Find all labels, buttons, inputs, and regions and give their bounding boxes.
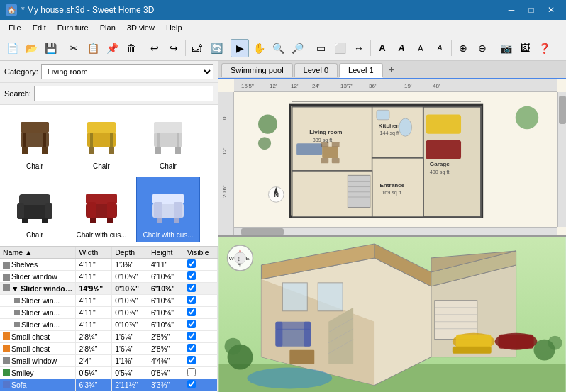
svg-rect-4 xyxy=(23,133,26,147)
titlebar-controls[interactable]: ─ □ ✕ xyxy=(502,2,560,18)
search-input[interactable] xyxy=(34,86,213,101)
svg-rect-15 xyxy=(175,147,181,154)
col-visible[interactable]: Visible xyxy=(184,247,217,259)
new-button[interactable]: 📄 xyxy=(3,39,21,57)
help-button[interactable]: ❓ xyxy=(535,39,553,57)
table-row[interactable]: Slider win... 4'11"0'10⅞"6'10⅝" xyxy=(0,295,218,307)
svg-rect-33 xyxy=(174,202,182,218)
copy-button[interactable]: 📋 xyxy=(84,39,102,57)
tab-level0[interactable]: Level 0 xyxy=(294,63,338,77)
menu-3dview[interactable]: 3D view xyxy=(121,22,160,33)
table-row-selected[interactable]: Sofa 6'3¾"2'11½"3'3⅜" xyxy=(0,379,218,391)
tab-swimming-pool[interactable]: Swimming pool xyxy=(221,63,293,77)
table-row[interactable]: Small window 2'4"1'1⅜"4'4¾" xyxy=(0,355,218,367)
open-button[interactable]: 📂 xyxy=(22,39,40,57)
visible-checkbox[interactable] xyxy=(187,308,196,316)
select-button[interactable]: ▶ xyxy=(231,39,249,57)
render-button[interactable]: 🖼 xyxy=(516,39,534,57)
zoom-percent-button[interactable]: ⊕ xyxy=(454,39,472,57)
visible-checkbox[interactable] xyxy=(187,380,196,388)
zoom-in-button[interactable]: 🔍 xyxy=(269,39,287,57)
floorplan-svg[interactable]: Living room 339 sq ft Kitchen 144 sq ft … xyxy=(234,92,557,227)
pan-button[interactable]: ✋ xyxy=(250,39,268,57)
text-button[interactable]: A xyxy=(373,39,392,57)
visible-checkbox[interactable] xyxy=(187,356,196,364)
furniture-item-2[interactable]: Chair xyxy=(70,108,133,174)
svg-rect-5 xyxy=(43,133,46,147)
table-row[interactable]: Slider win... 4'11"0'10⅞"6'10⅝" xyxy=(0,319,218,331)
furniture-item-4[interactable]: Chair xyxy=(3,177,67,242)
room-button[interactable]: ⬜ xyxy=(331,39,349,57)
floor-plan-3d[interactable]: N S W E ↕ xyxy=(218,237,566,393)
zoom-out-button[interactable]: 🔎 xyxy=(288,39,306,57)
table-row[interactable]: Smiley 0'5¼"0'5¼"0'8¼" xyxy=(0,367,218,379)
wall-button[interactable]: ▭ xyxy=(311,39,330,57)
paste-button[interactable]: 📌 xyxy=(103,39,121,57)
visible-checkbox[interactable] xyxy=(187,368,196,376)
table-row[interactable]: Slider win... 4'11"0'10⅞"6'10⅝" xyxy=(0,307,218,319)
visible-checkbox[interactable] xyxy=(187,344,196,352)
svg-point-70 xyxy=(516,106,538,129)
add-furniture-button[interactable]: 🛋 xyxy=(188,39,206,57)
dimension-button[interactable]: ↔ xyxy=(350,39,368,57)
svg-rect-22 xyxy=(22,218,28,223)
svg-text:0': 0' xyxy=(221,116,228,120)
vertical-scrollbar-top[interactable] xyxy=(557,92,566,227)
text4-button[interactable]: A xyxy=(431,39,449,57)
visible-checkbox[interactable] xyxy=(187,332,196,340)
camera-button[interactable]: 📷 xyxy=(496,39,515,57)
delete-button[interactable]: 🗑 xyxy=(122,39,140,57)
plan-area: 12' 24' 36' 48' 16'5" 12' 13'7" 19' 0' 1… xyxy=(218,79,566,392)
undo-button[interactable]: ↩ xyxy=(145,39,164,57)
visible-checkbox[interactable] xyxy=(187,296,196,304)
menu-edit[interactable]: Edit xyxy=(27,22,52,33)
furniture-item-3[interactable]: Chair xyxy=(136,108,200,174)
horizontal-scrollbar-top[interactable] xyxy=(234,227,557,235)
add-tab-button[interactable]: + xyxy=(384,62,399,77)
visible-checkbox[interactable] xyxy=(187,259,196,268)
col-depth[interactable]: Depth xyxy=(112,247,148,259)
cut-button[interactable]: ✂ xyxy=(65,39,83,57)
furniture-label-4: Chair xyxy=(26,231,43,239)
col-width[interactable]: Width xyxy=(76,247,112,259)
separator-5 xyxy=(309,40,309,56)
table-row[interactable]: Slider window 4'11"0'10⅝"6'10⅝" xyxy=(0,271,218,283)
svg-rect-103 xyxy=(499,334,534,348)
zoom-fit-button[interactable]: ⊖ xyxy=(473,39,492,57)
svg-rect-3 xyxy=(42,147,48,154)
furniture-item-6[interactable]: Chair with cus... xyxy=(136,177,200,242)
maximize-button[interactable]: □ xyxy=(522,2,540,18)
search-label: Search: xyxy=(4,89,31,98)
col-name[interactable]: Name ▲ xyxy=(0,247,76,259)
menu-furniture[interactable]: Furniture xyxy=(52,22,94,33)
col-height[interactable]: Height xyxy=(148,247,184,259)
menu-plan[interactable]: Plan xyxy=(94,22,121,33)
menu-file[interactable]: File xyxy=(3,22,27,33)
text2-button[interactable]: A xyxy=(392,39,411,57)
svg-text:12': 12' xyxy=(291,83,299,89)
tab-level1[interactable]: Level 1 xyxy=(339,63,382,78)
visible-checkbox[interactable] xyxy=(187,271,196,280)
rotate-button[interactable]: 🔄 xyxy=(207,39,226,57)
floor-plan-2d[interactable]: 12' 24' 36' 48' 16'5" 12' 13'7" 19' 0' 1… xyxy=(218,79,566,237)
menu-help[interactable]: Help xyxy=(160,22,188,33)
table-row-group[interactable]: ▼ Slider windows 14'9⅛"0'10⅞"6'10⅝" xyxy=(0,283,218,295)
table-row[interactable]: Shelves 4'11"1'3⅜"4'11" xyxy=(0,259,218,271)
furniture-grid: Chair Chair xyxy=(0,105,218,247)
svg-rect-17 xyxy=(177,133,179,147)
furniture-item-5[interactable]: Chair with cus... xyxy=(70,177,133,242)
svg-point-69 xyxy=(258,137,271,150)
visible-checkbox[interactable] xyxy=(187,320,196,328)
text3-button[interactable]: A xyxy=(411,39,430,57)
category-select[interactable]: Living room Bedroom Kitchen Bathroom xyxy=(41,64,213,79)
redo-button[interactable]: ↪ xyxy=(165,39,183,57)
close-button[interactable]: ✕ xyxy=(542,2,560,18)
save-button[interactable]: 💾 xyxy=(41,39,60,57)
furniture-item-1[interactable]: Chair xyxy=(3,108,67,174)
table-row[interactable]: Small chest 2'8¼"1'6¼"2'8⅝" xyxy=(0,331,218,343)
furniture-img-3 xyxy=(143,111,193,161)
visible-checkbox[interactable] xyxy=(187,284,196,292)
minimize-button[interactable]: ─ xyxy=(502,2,521,18)
table-row[interactable]: Small chest 2'8¼"1'6¼"2'8⅝" xyxy=(0,343,218,355)
svg-text:24': 24' xyxy=(312,83,320,89)
